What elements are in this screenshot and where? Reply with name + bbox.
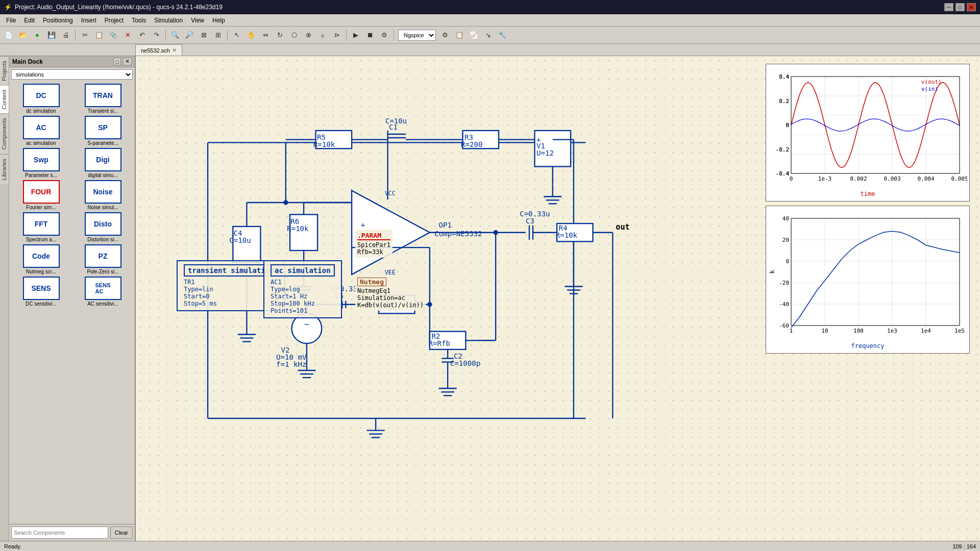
tb-settings[interactable]: ⚙	[378, 29, 391, 42]
comp-swp[interactable]: Swp Parameter s...	[11, 148, 71, 178]
tb-move[interactable]: ✋	[244, 29, 258, 42]
frequency-domain-canvas	[768, 208, 967, 351]
menu-help[interactable]: Help	[208, 16, 229, 25]
svg-text:C=10u: C=10u	[385, 117, 407, 125]
menu-project[interactable]: Project	[101, 16, 128, 25]
tb-stop[interactable]: ⏹	[363, 29, 377, 42]
svg-text:R=200: R=200	[461, 140, 482, 148]
svg-text:R=10k: R=10k	[287, 224, 309, 233]
svg-text:VCC: VCC	[385, 190, 396, 197]
clear-button[interactable]: Clear	[110, 527, 133, 539]
comp-sp[interactable]: SP S-paramete...	[73, 116, 133, 146]
tb-open[interactable]: 📂	[16, 29, 30, 42]
comp-noise[interactable]: Noise Noise simul...	[73, 180, 133, 210]
comp-swp-label: Swp	[34, 156, 48, 164]
menu-insert[interactable]: Insert	[77, 16, 101, 25]
menu-view[interactable]: View	[187, 16, 208, 25]
tb-copy[interactable]: 📋	[92, 29, 106, 42]
svg-point-102	[427, 302, 432, 307]
dock-close[interactable]: ✕	[123, 58, 132, 65]
tb-select[interactable]: ↖	[230, 29, 243, 42]
time-domain-graph[interactable]	[766, 64, 970, 202]
ac-sim-title: ac simulation	[271, 264, 335, 277]
tb-zoom-fit[interactable]: ⊠	[197, 29, 210, 42]
maximize-button[interactable]: □	[955, 3, 965, 11]
tb-rotate[interactable]: ↻	[273, 29, 286, 42]
menu-edit[interactable]: Edit	[20, 16, 39, 25]
minimize-button[interactable]: ─	[944, 3, 953, 11]
tb-save[interactable]: ●	[31, 29, 44, 42]
menu-positioning[interactable]: Positioning	[39, 16, 77, 25]
dock-header: Main Dock □ ✕	[9, 56, 135, 67]
tb-wire[interactable]: ⬡	[287, 29, 301, 42]
tb-mirror[interactable]: ⇔	[259, 29, 272, 42]
side-tab-projects[interactable]: Projects	[0, 56, 9, 85]
svg-text:C=1000p: C=1000p	[450, 359, 480, 367]
comp-digi[interactable]: Digi digital simu...	[73, 148, 133, 178]
side-tab-libraries[interactable]: Libraries	[0, 154, 9, 184]
graph-area	[766, 64, 975, 358]
tb-new[interactable]: 📄	[2, 29, 15, 42]
param-block[interactable]: .PARAM SpicePar1Rfb=33k	[355, 230, 393, 258]
frequency-domain-graph[interactable]	[766, 206, 970, 354]
tab-bar: ne5532.sch ✕	[0, 44, 980, 56]
comp-digi-sublabel: digital simu...	[88, 172, 117, 178]
tb-tools2[interactable]: 🔧	[496, 29, 509, 42]
tb-netlist[interactable]: 📋	[453, 29, 466, 42]
tb-waveform[interactable]: 📈	[467, 29, 480, 42]
tab-schematic[interactable]: ne5532.sch ✕	[135, 44, 182, 56]
tb-paste[interactable]: 📎	[107, 29, 120, 42]
window-title: Project: Audio_Output_Linearity (/home/v…	[15, 4, 223, 11]
tb-ground[interactable]: ⏚	[316, 29, 329, 42]
tb-zoom-out[interactable]: 🔎	[183, 29, 196, 42]
tb-zoom-in[interactable]: 🔍	[168, 29, 182, 42]
statusbar: Ready. 109 : 164	[0, 541, 980, 551]
search-input[interactable]	[11, 527, 108, 539]
tab-close-icon[interactable]: ✕	[172, 47, 177, 54]
tb-cut[interactable]: ✂	[78, 29, 91, 42]
tb-undo[interactable]: ↶	[135, 29, 149, 42]
tb-simulate[interactable]: ▶	[349, 29, 362, 42]
comp-pz-label: PZ	[99, 252, 108, 260]
menu-simulation[interactable]: Simulation	[150, 16, 187, 25]
ac-sim-block[interactable]: ac simulation AC1Type=logStart=1 HzStop=…	[263, 260, 342, 318]
tb-component[interactable]: ⊕	[302, 29, 315, 42]
comp-fft-sublabel: Spectrum a...	[26, 237, 56, 242]
svg-text:+: +	[361, 221, 365, 229]
comp-tran[interactable]: TRAN Transient si...	[73, 84, 133, 114]
comp-ac-label: AC	[36, 123, 46, 132]
tb-port[interactable]: ⊳	[330, 29, 344, 42]
tb-save2[interactable]: 💾	[45, 29, 58, 42]
comp-pz[interactable]: PZ Pole-Zero si...	[73, 244, 133, 274]
comp-dc[interactable]: DC dc simulation	[11, 84, 71, 114]
side-tab-content[interactable]: Content	[0, 85, 9, 114]
dock-undock[interactable]: □	[113, 58, 121, 65]
comp-code[interactable]: Code Nutmeg scr...	[11, 244, 71, 274]
comp-sens-ac[interactable]: SENSAC AC sensitivi...	[73, 277, 133, 307]
tb-redo[interactable]: ↷	[150, 29, 163, 42]
side-tab-components[interactable]: Components	[0, 113, 9, 154]
tb-print[interactable]: 🖨	[59, 29, 72, 42]
comp-code-label: Code	[32, 252, 50, 260]
simulator-select[interactable]: Ngspice	[398, 30, 436, 41]
comp-disto[interactable]: Disto Distortion si...	[73, 212, 133, 242]
svg-point-128	[283, 200, 288, 205]
comp-ac[interactable]: AC ac simulation	[11, 116, 71, 146]
tb-delete[interactable]: ✕	[121, 29, 134, 42]
close-button[interactable]: ✕	[967, 3, 976, 11]
tb-export[interactable]: ↘	[481, 29, 495, 42]
comp-sp-sublabel: S-paramete...	[87, 140, 118, 146]
dock-dropdown[interactable]: simulations	[11, 69, 133, 80]
tb-zoom-100[interactable]: ⊞	[211, 29, 225, 42]
comp-sens[interactable]: SENS DC sensitivi...	[11, 277, 71, 307]
comp-four[interactable]: FOUR Fourier sim...	[11, 180, 71, 210]
comp-four-sublabel: Fourier sim...	[26, 205, 56, 210]
comp-fft[interactable]: FFT Spectrum a...	[11, 212, 71, 242]
nutmeg-block[interactable]: Nutmeg NutmegEq1Simulation=acK=db(v(out)…	[355, 276, 426, 311]
comp-sens-ac-label: SENSAC	[95, 282, 111, 294]
comp-tran-label: TRAN	[93, 91, 113, 99]
menu-tools[interactable]: Tools	[128, 16, 150, 25]
tb-sim-run[interactable]: ⚙	[438, 29, 452, 42]
schematic-area[interactable]: .wire { stroke: #003399; stroke-width: 2…	[136, 56, 980, 541]
menu-file[interactable]: File	[2, 16, 20, 25]
